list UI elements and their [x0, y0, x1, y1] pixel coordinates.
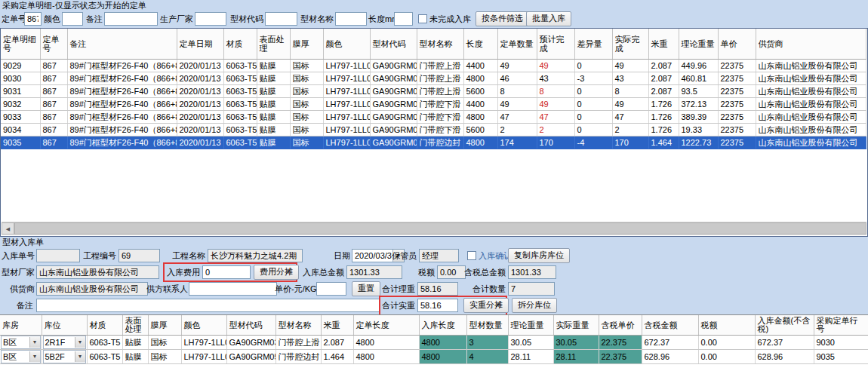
cell[interactable]: 1.726 — [648, 124, 679, 136]
cell[interactable]: 5600 — [463, 85, 497, 98]
cell[interactable]: 19.33 — [679, 124, 718, 136]
cell[interactable]: 6063-T5 — [223, 136, 257, 149]
total-amount-input[interactable] — [346, 265, 402, 279]
cell[interactable]: 门带腔上滑 — [417, 60, 463, 72]
cell[interactable]: 93.5 — [679, 85, 718, 98]
cell[interactable]: 门带腔上滑 — [417, 72, 463, 85]
table-row[interactable]: 903486789#门框型材F26-F40（866+867）2020/01/13… — [1, 124, 866, 136]
remark-filter-input[interactable] — [104, 12, 158, 26]
cell[interactable]: 1.726 — [648, 111, 679, 124]
cell[interactable]: 5B2F▾ — [42, 350, 87, 364]
cell[interactable]: 0.00 — [698, 350, 755, 364]
cell[interactable]: 4800 — [419, 336, 466, 350]
actual-allocate-button[interactable]: 实重分摊 — [463, 298, 509, 313]
cell[interactable]: 1.464 — [648, 136, 679, 149]
cell[interactable]: 9032 — [1, 98, 40, 111]
cell[interactable]: 2020/01/13 — [177, 60, 223, 72]
cell[interactable]: 89#门框型材F26-F40（866+867） — [67, 111, 177, 124]
cell[interactable]: 0 — [574, 98, 612, 111]
cell[interactable]: 89#门框型材F26-F40（866+867） — [67, 60, 177, 72]
scroll-left-arrow-icon[interactable]: ◀ — [2, 222, 14, 235]
cell[interactable]: 贴膜 — [257, 136, 290, 149]
profile-name-filter-input[interactable] — [335, 12, 367, 26]
cell[interactable]: 449.96 — [679, 60, 718, 72]
cell[interactable]: 国标 — [148, 336, 181, 350]
cell[interactable]: LH797-1LL0 — [323, 111, 370, 124]
cell[interactable]: 0 — [574, 85, 612, 98]
cell[interactable]: 4400 — [463, 60, 497, 72]
keeper-input[interactable] — [419, 249, 459, 262]
cell[interactable]: LH797-1LL0 — [323, 85, 370, 98]
cell[interactable]: 8 — [537, 85, 574, 98]
cell[interactable]: 6063-T5 — [223, 124, 257, 136]
chevron-down-icon[interactable]: ▾ — [29, 351, 40, 362]
cell[interactable]: 4800 — [419, 350, 466, 364]
table-row[interactable]: 902986789#门框型材F26-F40（866+867）2020/01/13… — [1, 60, 866, 72]
cell[interactable]: 9029 — [1, 60, 40, 72]
cell[interactable]: 49 — [612, 60, 648, 72]
cell[interactable]: 6063-T5 — [223, 85, 257, 98]
cell[interactable]: 2020/01/13 — [177, 124, 223, 136]
manufacturer-filter-input[interactable] — [195, 12, 226, 26]
scrollbar-thumb[interactable] — [14, 222, 866, 235]
color-filter-input[interactable] — [62, 12, 83, 26]
fee-allocate-button[interactable]: 费用分摊 — [254, 265, 299, 280]
total-actual-input[interactable] — [417, 299, 458, 312]
cell[interactable]: 22375 — [718, 60, 756, 72]
cell[interactable]: 4800 — [463, 111, 497, 124]
cell[interactable]: 89#门框型材F26-F40（866+867） — [67, 98, 177, 111]
cell[interactable]: 0 — [574, 60, 612, 72]
cell[interactable]: 28.11 — [508, 350, 553, 364]
cell[interactable]: 0 — [574, 111, 612, 124]
cell[interactable]: 867 — [40, 60, 67, 72]
cell[interactable]: 6063-T5 — [223, 98, 257, 111]
fee-input[interactable] — [202, 265, 251, 279]
split-location-button[interactable]: 拆分库位 — [512, 298, 557, 313]
cell[interactable]: 门带腔边封 — [275, 350, 321, 364]
cell[interactable]: 国标 — [148, 350, 181, 364]
cell[interactable]: 22375 — [718, 85, 756, 98]
cell[interactable]: 628.96 — [755, 350, 814, 364]
chevron-down-icon[interactable]: ▾ — [29, 337, 40, 348]
cell[interactable]: 22375 — [718, 72, 756, 85]
cell[interactable]: 6063-T5 — [223, 60, 257, 72]
cell[interactable]: 30.05 — [553, 336, 599, 350]
cell[interactable]: 89#门框型材F26-F40（866+867） — [67, 72, 177, 85]
cell[interactable]: 门带腔边封 — [417, 136, 463, 149]
cell[interactable]: 1.464 — [321, 350, 353, 364]
cell[interactable]: 2.087 — [648, 60, 679, 72]
cell[interactable]: 672.37 — [642, 336, 698, 350]
cell[interactable]: 2.087 — [321, 336, 353, 350]
cell[interactable]: 2020/01/13 — [177, 136, 223, 149]
table-row[interactable]: 903286789#门框型材F26-F40（866+867）2020/01/13… — [1, 98, 866, 111]
cell[interactable]: 国标 — [290, 124, 323, 136]
project-no-input[interactable] — [119, 249, 160, 262]
cell[interactable]: 4800 — [353, 350, 419, 364]
cell[interactable]: B区▾ — [0, 350, 42, 364]
profile-code-filter-input[interactable] — [265, 12, 297, 26]
warehouse-combo[interactable]: B区▾ — [1, 350, 41, 363]
cell[interactable]: 46 — [497, 72, 537, 85]
cell[interactable]: 山东南山铝业股份有限公司 — [756, 72, 866, 85]
cell[interactable]: 2020/01/13 — [177, 85, 223, 98]
cell[interactable]: 47 — [537, 111, 574, 124]
cell[interactable]: 49 — [537, 60, 574, 72]
remark-input[interactable] — [36, 299, 380, 312]
cell[interactable]: 6063-T5 — [223, 111, 257, 124]
horizontal-scrollbar[interactable]: ◀ — [2, 222, 866, 235]
cell[interactable]: 1222.73 — [679, 136, 718, 149]
chevron-down-icon[interactable]: ▾ — [75, 351, 85, 362]
location-combo[interactable]: 2R1F▾ — [43, 336, 86, 349]
cell[interactable]: 170 — [612, 136, 648, 149]
table-row[interactable]: 903186789#门框型材F26-F40（866+867）2020/01/13… — [1, 85, 866, 98]
total-theory-input[interactable] — [417, 282, 458, 296]
cell[interactable]: GA90GRM04 — [370, 111, 417, 124]
cell[interactable]: 国标 — [290, 85, 323, 98]
unit-price-input[interactable] — [316, 282, 346, 296]
cell[interactable]: 6063-T5 — [87, 336, 122, 350]
cell[interactable]: 170 — [537, 136, 574, 149]
cell[interactable]: LH797-1LL0 — [323, 72, 370, 85]
cell[interactable]: 9035 — [814, 350, 868, 364]
cell[interactable]: 2 — [612, 124, 648, 136]
table-row[interactable]: 903386789#门框型材F26-F40（866+867）2020/01/13… — [1, 111, 866, 124]
